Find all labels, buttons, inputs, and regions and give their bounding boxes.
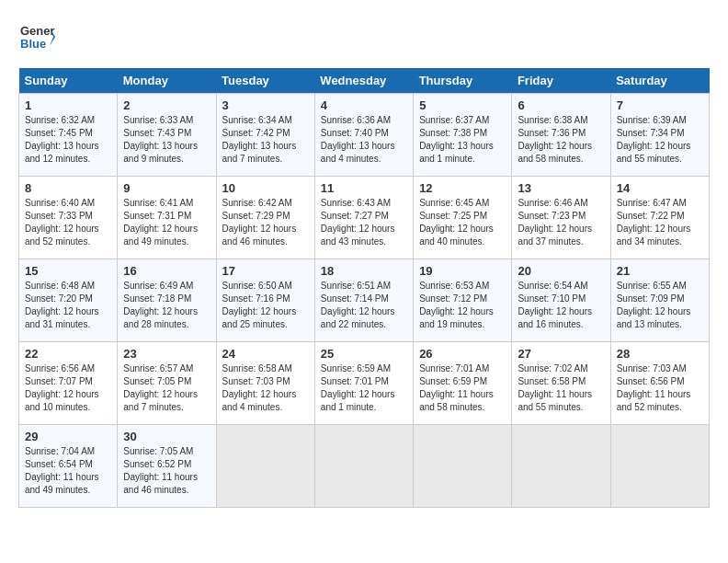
day-info: Sunrise: 6:47 AM Sunset: 7:22 PM Dayligh… bbox=[617, 197, 703, 248]
calendar-week-row: 22 Sunrise: 6:56 AM Sunset: 7:07 PM Dayl… bbox=[19, 342, 710, 425]
daylight-label: Daylight: 13 hours and 1 minute. bbox=[419, 141, 494, 164]
day-number: 10 bbox=[222, 181, 309, 195]
logo: General Blue bbox=[18, 18, 55, 59]
day-number: 4 bbox=[321, 98, 407, 112]
header-tuesday: Tuesday bbox=[216, 68, 314, 94]
sunrise-label: Sunrise: 6:48 AM bbox=[25, 281, 95, 291]
daylight-label: Daylight: 13 hours and 9 minutes. bbox=[123, 141, 198, 164]
sunset-label: Sunset: 7:22 PM bbox=[617, 211, 685, 221]
daylight-label: Daylight: 12 hours and 1 minute. bbox=[321, 389, 395, 412]
calendar-cell: 5 Sunrise: 6:37 AM Sunset: 7:38 PM Dayli… bbox=[414, 94, 512, 177]
day-info: Sunrise: 6:54 AM Sunset: 7:10 PM Dayligh… bbox=[518, 280, 604, 331]
daylight-label: Daylight: 12 hours and 4 minutes. bbox=[222, 389, 297, 412]
calendar-cell: 14 Sunrise: 6:47 AM Sunset: 7:22 PM Dayl… bbox=[610, 177, 709, 259]
day-info: Sunrise: 6:33 AM Sunset: 7:43 PM Dayligh… bbox=[123, 114, 210, 166]
daylight-label: Daylight: 12 hours and 28 minutes. bbox=[123, 306, 198, 329]
calendar-cell: 6 Sunrise: 6:38 AM Sunset: 7:36 PM Dayli… bbox=[512, 94, 610, 177]
daylight-label: Daylight: 12 hours and 40 minutes. bbox=[419, 224, 494, 247]
sunrise-label: Sunrise: 7:05 AM bbox=[123, 446, 193, 456]
header-monday: Monday bbox=[118, 68, 216, 94]
sunset-label: Sunset: 6:54 PM bbox=[25, 459, 93, 469]
day-info: Sunrise: 6:56 AM Sunset: 7:07 PM Dayligh… bbox=[25, 362, 111, 414]
day-number: 12 bbox=[419, 181, 506, 195]
calendar-week-row: 15 Sunrise: 6:48 AM Sunset: 7:20 PM Dayl… bbox=[19, 259, 710, 342]
day-info: Sunrise: 7:04 AM Sunset: 6:54 PM Dayligh… bbox=[25, 445, 111, 497]
sunset-label: Sunset: 6:58 PM bbox=[518, 376, 586, 386]
day-number: 25 bbox=[321, 347, 407, 361]
day-number: 6 bbox=[518, 98, 604, 112]
daylight-label: Daylight: 13 hours and 12 minutes. bbox=[25, 141, 99, 164]
day-number: 30 bbox=[123, 430, 210, 443]
calendar-cell bbox=[512, 425, 610, 508]
calendar-cell: 25 Sunrise: 6:59 AM Sunset: 7:01 PM Dayl… bbox=[314, 342, 413, 425]
sunrise-label: Sunrise: 6:54 AM bbox=[518, 281, 587, 291]
sunset-label: Sunset: 7:25 PM bbox=[419, 211, 487, 221]
calendar-cell: 3 Sunrise: 6:34 AM Sunset: 7:42 PM Dayli… bbox=[216, 94, 314, 177]
sunrise-label: Sunrise: 6:51 AM bbox=[321, 281, 391, 291]
daylight-label: Daylight: 13 hours and 4 minutes. bbox=[321, 141, 395, 164]
calendar-week-row: 8 Sunrise: 6:40 AM Sunset: 7:33 PM Dayli… bbox=[19, 177, 710, 259]
sunrise-label: Sunrise: 6:58 AM bbox=[222, 363, 292, 373]
calendar-cell: 15 Sunrise: 6:48 AM Sunset: 7:20 PM Dayl… bbox=[19, 259, 118, 342]
sunrise-label: Sunrise: 6:43 AM bbox=[321, 198, 391, 208]
daylight-label: Daylight: 12 hours and 25 minutes. bbox=[222, 306, 297, 329]
sunset-label: Sunset: 7:34 PM bbox=[617, 128, 685, 138]
sunset-label: Sunset: 7:05 PM bbox=[123, 376, 191, 386]
sunset-label: Sunset: 7:36 PM bbox=[518, 128, 586, 138]
sunrise-label: Sunrise: 6:46 AM bbox=[518, 198, 587, 208]
calendar-cell: 27 Sunrise: 7:02 AM Sunset: 6:58 PM Dayl… bbox=[512, 342, 610, 425]
day-info: Sunrise: 6:50 AM Sunset: 7:16 PM Dayligh… bbox=[222, 280, 309, 331]
day-number: 3 bbox=[222, 98, 309, 112]
day-info: Sunrise: 7:05 AM Sunset: 6:52 PM Dayligh… bbox=[123, 445, 210, 497]
day-info: Sunrise: 6:39 AM Sunset: 7:34 PM Dayligh… bbox=[617, 114, 703, 166]
page-header: General Blue bbox=[18, 18, 710, 59]
calendar-cell: 1 Sunrise: 6:32 AM Sunset: 7:45 PM Dayli… bbox=[19, 94, 118, 177]
header-friday: Friday bbox=[512, 68, 610, 94]
day-info: Sunrise: 6:55 AM Sunset: 7:09 PM Dayligh… bbox=[617, 280, 703, 331]
day-info: Sunrise: 6:57 AM Sunset: 7:05 PM Dayligh… bbox=[123, 362, 210, 414]
daylight-label: Daylight: 13 hours and 7 minutes. bbox=[222, 141, 297, 164]
day-info: Sunrise: 6:45 AM Sunset: 7:25 PM Dayligh… bbox=[419, 197, 506, 248]
daylight-label: Daylight: 12 hours and 58 minutes. bbox=[518, 141, 592, 164]
day-number: 18 bbox=[321, 264, 407, 278]
daylight-label: Daylight: 11 hours and 49 minutes. bbox=[25, 472, 99, 495]
daylight-label: Daylight: 11 hours and 46 minutes. bbox=[123, 472, 198, 495]
day-number: 23 bbox=[123, 347, 210, 361]
day-number: 26 bbox=[419, 347, 506, 361]
day-info: Sunrise: 6:48 AM Sunset: 7:20 PM Dayligh… bbox=[25, 280, 111, 331]
sunset-label: Sunset: 7:12 PM bbox=[419, 293, 487, 304]
sunrise-label: Sunrise: 6:34 AM bbox=[222, 115, 292, 125]
sunset-label: Sunset: 7:45 PM bbox=[25, 128, 93, 138]
sunset-label: Sunset: 7:16 PM bbox=[222, 293, 290, 304]
day-info: Sunrise: 6:40 AM Sunset: 7:33 PM Dayligh… bbox=[25, 197, 111, 248]
sunrise-label: Sunrise: 6:37 AM bbox=[419, 115, 489, 125]
day-info: Sunrise: 6:36 AM Sunset: 7:40 PM Dayligh… bbox=[321, 114, 407, 166]
calendar-cell: 8 Sunrise: 6:40 AM Sunset: 7:33 PM Dayli… bbox=[19, 177, 118, 259]
day-number: 19 bbox=[419, 264, 506, 278]
day-info: Sunrise: 6:59 AM Sunset: 7:01 PM Dayligh… bbox=[321, 362, 407, 414]
daylight-label: Daylight: 12 hours and 46 minutes. bbox=[222, 224, 297, 247]
day-info: Sunrise: 6:58 AM Sunset: 7:03 PM Dayligh… bbox=[222, 362, 309, 414]
logo-icon: General Blue bbox=[18, 18, 55, 55]
sunset-label: Sunset: 7:42 PM bbox=[222, 128, 290, 138]
day-info: Sunrise: 6:32 AM Sunset: 7:45 PM Dayligh… bbox=[25, 114, 111, 166]
day-info: Sunrise: 7:01 AM Sunset: 6:59 PM Dayligh… bbox=[419, 362, 506, 414]
calendar-cell: 24 Sunrise: 6:58 AM Sunset: 7:03 PM Dayl… bbox=[216, 342, 314, 425]
sunset-label: Sunset: 6:59 PM bbox=[419, 376, 487, 386]
daylight-label: Daylight: 12 hours and 19 minutes. bbox=[419, 306, 494, 329]
day-number: 28 bbox=[617, 347, 703, 361]
day-number: 13 bbox=[518, 181, 604, 195]
day-number: 1 bbox=[25, 98, 111, 112]
header-thursday: Thursday bbox=[414, 68, 512, 94]
day-info: Sunrise: 7:02 AM Sunset: 6:58 PM Dayligh… bbox=[518, 362, 604, 414]
header-sunday: Sunday bbox=[19, 68, 118, 94]
sunrise-label: Sunrise: 7:04 AM bbox=[25, 446, 95, 456]
sunrise-label: Sunrise: 6:56 AM bbox=[25, 363, 95, 373]
daylight-label: Daylight: 12 hours and 13 minutes. bbox=[617, 306, 691, 329]
sunset-label: Sunset: 7:33 PM bbox=[25, 211, 93, 221]
day-info: Sunrise: 6:38 AM Sunset: 7:36 PM Dayligh… bbox=[518, 114, 604, 166]
sunrise-label: Sunrise: 6:50 AM bbox=[222, 281, 292, 291]
daylight-label: Daylight: 11 hours and 52 minutes. bbox=[617, 389, 691, 412]
sunset-label: Sunset: 7:27 PM bbox=[321, 211, 389, 221]
svg-text:Blue: Blue bbox=[20, 37, 46, 51]
